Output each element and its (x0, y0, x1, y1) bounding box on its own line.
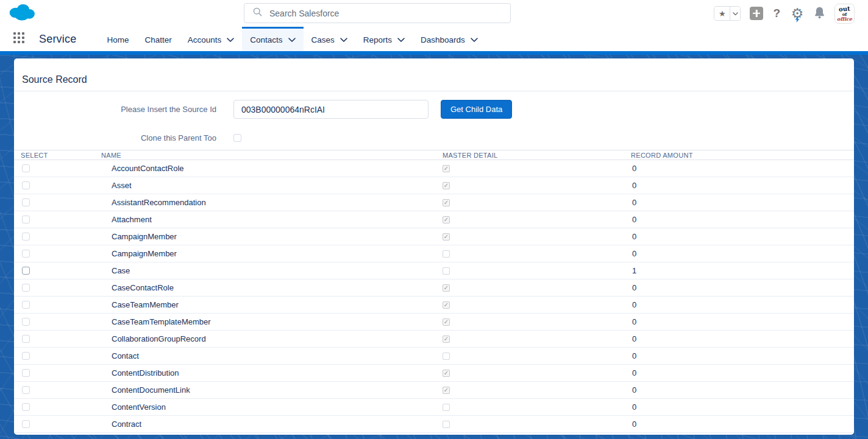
row-select-checkbox[interactable] (22, 233, 30, 241)
source-record-form: Please Insert the Source Id Get Child Da… (14, 91, 854, 142)
row-select-checkbox[interactable] (22, 164, 30, 172)
page-title: Source Record (14, 58, 854, 91)
table-row: Case1 (14, 262, 854, 279)
global-actions-plus-icon[interactable] (750, 7, 763, 20)
tab-contacts[interactable]: Contacts (242, 27, 303, 51)
row-name: AccountContactRole (101, 164, 443, 173)
row-record-amount: 0 (631, 385, 854, 395)
row-select-checkbox[interactable] (22, 318, 30, 326)
master-detail-checkbox: ✓ (443, 165, 450, 172)
column-header-name: NAME (101, 152, 443, 159)
row-select-checkbox[interactable] (22, 216, 30, 223)
clone-parent-label: Clone this Parent Too (14, 133, 216, 142)
help-question-mark-icon[interactable]: ? (772, 7, 781, 20)
column-header-select: SELECT (14, 152, 101, 159)
master-detail-checkbox (443, 421, 450, 428)
child-objects-table: SELECT NAME MASTER DETAIL RECORD AMOUNT … (14, 150, 854, 433)
chevron-down-icon (397, 38, 405, 42)
nav-accent-strip (0, 51, 868, 55)
tab-dashboards[interactable]: Dashboards (413, 27, 486, 51)
get-child-data-button[interactable]: Get Child Data (441, 100, 512, 119)
row-name: ContentDocumentLink (101, 385, 443, 395)
row-name: CollaborationGroupRecord (101, 334, 443, 343)
table-row: AccountContactRole✓0 (14, 160, 854, 177)
global-search (244, 3, 511, 23)
tab-reports[interactable]: Reports (355, 27, 413, 51)
master-detail-checkbox: ✓ (443, 318, 450, 326)
avatar-text: office (837, 16, 852, 21)
master-detail-checkbox: ✓ (443, 284, 450, 292)
row-select-checkbox[interactable] (22, 198, 30, 206)
row-select-checkbox[interactable] (22, 369, 30, 377)
tab-home[interactable]: Home (99, 27, 137, 51)
chevron-down-icon (471, 38, 478, 42)
row-name: Case (101, 266, 443, 275)
row-record-amount: 0 (631, 300, 854, 309)
table-row: CaseTeamMember✓0 (14, 297, 854, 314)
row-select-checkbox[interactable] (22, 284, 30, 292)
tab-label: Contacts (250, 35, 282, 44)
favorites-button-group: ★ (714, 6, 741, 21)
row-name: Contract (101, 420, 443, 429)
master-detail-checkbox: ✓ (443, 301, 450, 309)
user-avatar[interactable]: out of office (834, 4, 855, 24)
row-record-amount: 0 (631, 249, 854, 258)
tab-label: Home (107, 35, 129, 44)
row-record-amount: 0 (631, 164, 854, 173)
lightning-bolt-icon (795, 10, 800, 25)
column-header-record-amount: RECORD AMOUNT (631, 152, 854, 159)
row-select-checkbox[interactable] (22, 267, 30, 275)
row-name: CampaignMember (101, 249, 443, 258)
row-record-amount: 0 (631, 420, 854, 429)
global-header: ★ ? ⚙ out of office (0, 0, 868, 27)
salesforce-cloud-logo-icon (7, 2, 38, 26)
row-select-checkbox[interactable] (22, 386, 30, 394)
favorites-caret-down-icon[interactable] (730, 7, 740, 20)
master-detail-checkbox: ✓ (443, 199, 450, 206)
row-select-checkbox[interactable] (22, 420, 30, 428)
search-input[interactable] (268, 8, 510, 19)
table-row: CampaignMember0 (14, 245, 854, 262)
row-name: CaseTeamMember (101, 300, 443, 309)
chevron-down-icon (227, 38, 234, 42)
table-row: ContentDocumentLink✓0 (14, 382, 854, 399)
chevron-down-icon (288, 38, 296, 42)
header-actions: ★ ? ⚙ out of office (714, 0, 855, 27)
favorites-star-icon[interactable]: ★ (714, 7, 730, 20)
master-detail-checkbox (443, 250, 450, 258)
table-row: CaseTeamTemplateMember✓0 (14, 314, 854, 331)
row-record-amount: 0 (631, 215, 854, 224)
tab-label: Cases (311, 35, 335, 44)
setup-gear-icon[interactable]: ⚙ (790, 5, 805, 21)
search-icon (253, 7, 262, 19)
row-select-checkbox[interactable] (22, 181, 30, 189)
row-select-checkbox[interactable] (22, 250, 30, 258)
source-id-input[interactable] (233, 100, 429, 119)
chevron-down-icon (340, 38, 347, 42)
row-select-checkbox[interactable] (22, 403, 30, 411)
row-record-amount: 0 (631, 232, 854, 241)
master-detail-checkbox (443, 404, 450, 411)
notifications-bell-icon[interactable] (814, 6, 825, 21)
row-select-checkbox[interactable] (22, 352, 30, 360)
tab-accounts[interactable]: Accounts (180, 27, 243, 51)
child-table-body: AccountContactRole✓0Asset✓0AssistantReco… (14, 160, 854, 433)
row-name: ContentVersion (101, 402, 443, 412)
row-select-checkbox[interactable] (22, 301, 30, 309)
tab-cases[interactable]: Cases (304, 27, 355, 51)
app-launcher-waffle-icon[interactable] (13, 32, 27, 46)
row-select-checkbox[interactable] (22, 335, 30, 343)
nav-tabs: HomeChatterAccountsContactsCasesReportsD… (99, 27, 485, 51)
row-record-amount: 0 (631, 181, 854, 190)
row-name: CaseTeamTemplateMember (101, 317, 443, 326)
master-detail-checkbox (443, 267, 450, 275)
table-row: ContentVersion0 (14, 399, 854, 416)
table-row: CollaborationGroupRecord✓0 (14, 331, 854, 348)
row-name: Contact (101, 351, 443, 360)
row-name: CaseContactRole (101, 283, 443, 292)
clone-parent-checkbox[interactable] (233, 134, 241, 142)
master-detail-checkbox: ✓ (443, 233, 450, 241)
tab-chatter[interactable]: Chatter (137, 27, 179, 51)
row-record-amount: 0 (631, 334, 854, 343)
table-row: CaseContactRole✓0 (14, 279, 854, 297)
